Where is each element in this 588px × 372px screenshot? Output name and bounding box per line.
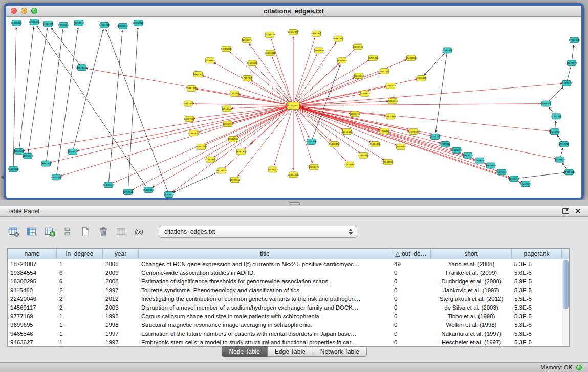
float-panel-icon[interactable]	[562, 208, 569, 214]
delete-table-icon[interactable]	[97, 225, 110, 238]
graph-node[interactable]: 19664179	[308, 164, 319, 170]
graph-node[interactable]: 18544749	[451, 147, 462, 153]
table-row[interactable]: 2242004622012Investigating the contribut…	[8, 294, 569, 303]
scrollbar-thumb[interactable]	[563, 260, 569, 309]
graph-node[interactable]: 16815301	[192, 72, 204, 77]
graph-node[interactable]: 15340357	[329, 141, 340, 147]
graph-node[interactable]: 19861806	[313, 48, 324, 53]
graph-node[interactable]: 16341009	[195, 144, 207, 149]
graph-node[interactable]: 15905166	[103, 182, 114, 188]
graph-node[interactable]: 20677014	[379, 69, 390, 74]
graph-node[interactable]: 20401313	[117, 23, 128, 29]
graph-node[interactable]: 13954640	[358, 152, 369, 158]
window-titlebar[interactable]: × − + citations_edges.txt	[6, 6, 581, 17]
network-canvas[interactable]: 1724043118672397122544392206807614280220…	[6, 17, 581, 198]
graph-node[interactable]: 19664904	[311, 31, 322, 36]
graph-node[interactable]: 19856313	[143, 187, 154, 193]
graph-node[interactable]: 14595044	[22, 153, 33, 159]
graph-node[interactable]: 12103544	[554, 157, 565, 162]
graph-node[interactable]: 19745808	[416, 76, 427, 81]
graph-node[interactable]: 16116114	[387, 98, 398, 104]
graph-node[interactable]: 12754519	[73, 20, 84, 26]
traffic-light-minimize-icon[interactable]: −	[21, 8, 27, 14]
graph-node[interactable]: 19643806	[485, 163, 496, 168]
graph-node[interactable]: 17240431	[287, 102, 299, 110]
graph-node[interactable]: 12161612	[359, 91, 371, 96]
graph-node[interactable]: 17534941	[229, 177, 241, 183]
graph-node[interactable]: 22068076	[241, 37, 252, 43]
graph-node[interactable]: 21076464	[379, 128, 390, 134]
graph-node[interactable]: 14277974	[561, 80, 572, 86]
graph-node[interactable]: 19248611	[163, 192, 175, 198]
divider-grip[interactable]	[289, 202, 300, 205]
column-header-year[interactable]: year	[103, 249, 139, 259]
graph-node[interactable]: 19220526	[58, 22, 69, 28]
graph-node[interactable]: 11026262	[13, 148, 25, 154]
graph-node[interactable]: 17972450	[563, 169, 575, 175]
graph-node[interactable]: 19145456	[306, 139, 317, 144]
table-row[interactable]: 977716911998Corpus callosum shape and si…	[8, 312, 569, 320]
graph-node[interactable]: 14280220	[221, 46, 232, 52]
graph-node[interactable]: 12216114	[341, 129, 353, 135]
graph-node[interactable]: 20513334	[76, 65, 88, 71]
traffic-light-close-icon[interactable]: ×	[11, 8, 17, 14]
graph-node[interactable]: 12254439	[264, 32, 275, 37]
table-vertical-scrollbar[interactable]	[562, 259, 569, 346]
graph-node[interactable]: 18672397	[288, 29, 299, 35]
graph-node[interactable]: 12945450	[508, 176, 519, 182]
graph-node[interactable]: 14741060	[344, 162, 355, 167]
table-row[interactable]: 1872400712008Changes of HCN gene express…	[8, 259, 569, 268]
graph-node[interactable]: 19664131	[462, 152, 473, 158]
graph-node[interactable]: 17485609	[405, 55, 417, 61]
graph-node[interactable]: 19124532	[216, 168, 227, 173]
column-header-short[interactable]: short	[431, 249, 512, 259]
graph-node[interactable]: 14512421	[221, 106, 232, 112]
traffic-light-zoom-icon[interactable]: +	[31, 8, 37, 14]
table-settings-icon[interactable]	[7, 225, 20, 238]
graph-node[interactable]: 19245022	[520, 181, 531, 187]
graph-node[interactable]: 16211992	[549, 129, 560, 135]
graph-node[interactable]: 19487944	[442, 48, 453, 53]
collapse-panel-arrow-icon[interactable]	[1, 175, 4, 179]
graph-node[interactable]: 18835035	[40, 161, 52, 166]
graph-node[interactable]: 15958504	[540, 101, 552, 106]
tab-edge-table[interactable]: Edge Table	[267, 346, 313, 357]
graph-node[interactable]: 18277974	[566, 60, 577, 66]
graph-node[interactable]: 14638445	[474, 158, 485, 163]
tab-network-table[interactable]: Network Table	[313, 346, 367, 357]
graph-node[interactable]: 19381752	[186, 85, 197, 91]
graph-node[interactable]: 14582345	[42, 21, 54, 27]
graph-node[interactable]: 19249895	[382, 159, 394, 165]
graph-node[interactable]: 12958120	[122, 189, 134, 195]
table-row[interactable]: 946362711997Embryonic stem cells: a mode…	[8, 338, 569, 346]
edit-columns-icon[interactable]	[43, 225, 56, 238]
import-table-icon[interactable]	[115, 225, 128, 238]
graph-node[interactable]: 15823542	[352, 44, 363, 50]
graph-node[interactable]: 14741061	[99, 22, 110, 28]
select-columns-icon[interactable]	[25, 225, 38, 238]
graph-node[interactable]: 18775312	[367, 55, 379, 61]
column-header-pagerank[interactable]: pagerank	[512, 249, 562, 259]
close-panel-icon[interactable]: ✕	[575, 208, 581, 214]
graph-node[interactable]: 16344150	[288, 172, 299, 178]
column-header-in-degree[interactable]: in_degree	[57, 249, 103, 259]
graph-node[interactable]: 17535414	[267, 167, 278, 172]
graph-node[interactable]: 16046112	[349, 111, 360, 117]
graph-node[interactable]: 16813600	[8, 166, 19, 172]
graph-node[interactable]: 11452315	[551, 114, 562, 119]
graph-node[interactable]: 19565915	[222, 121, 233, 127]
graph-node[interactable]: 17997439	[242, 76, 253, 81]
graph-node[interactable]: 16461850	[336, 58, 347, 63]
graph-node[interactable]: 11545902	[408, 129, 419, 135]
graph-node[interactable]: 19262340	[569, 37, 580, 43]
graph-node[interactable]: 10945922	[496, 169, 507, 175]
table-select-combo[interactable]: citations_edges.txt	[159, 226, 357, 238]
graph-node[interactable]: 17767715	[558, 141, 570, 147]
graph-node[interactable]: 18246523	[29, 19, 40, 25]
graph-node[interactable]: 15146457	[67, 149, 78, 155]
graph-node[interactable]: 16150423	[11, 20, 22, 26]
column-header-title[interactable]: title	[139, 249, 391, 259]
column-header-out-de-[interactable]: △ out_de…	[391, 249, 431, 259]
graph-node[interactable]: 22204625	[265, 50, 276, 56]
graph-node[interactable]: 19505919	[51, 174, 62, 180]
